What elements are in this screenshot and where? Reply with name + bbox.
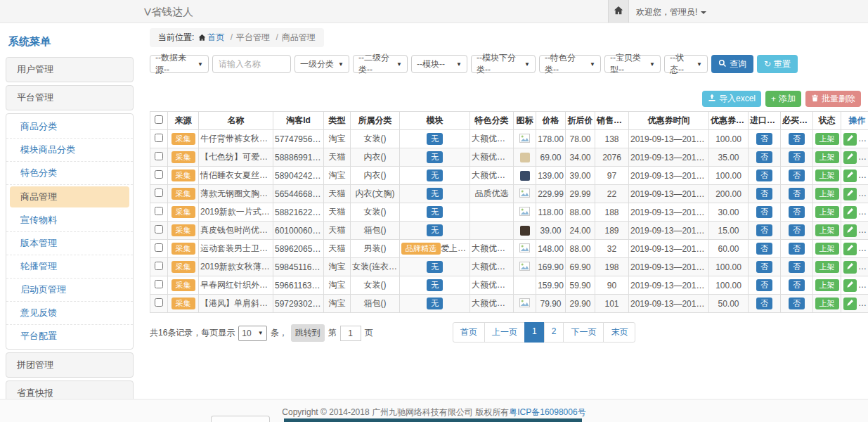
page-next[interactable]: 下一页 [563, 322, 604, 343]
source-cell: 采集 [168, 258, 199, 276]
edit-button[interactable] [843, 298, 857, 310]
must-buy-badge[interactable]: 否 [789, 224, 805, 236]
must-buy-badge[interactable]: 否 [789, 188, 805, 200]
import-pick-badge[interactable]: 否 [756, 151, 772, 163]
filter-select-module-subcategory[interactable]: --模块下分类--▼ [471, 55, 536, 73]
sidebar-item-goods-category[interactable]: 商品分类 [6, 115, 133, 139]
filter-select-item-type[interactable]: --宝贝类型--▼ [604, 55, 661, 73]
batch-delete-button[interactable]: 批量删除 [805, 91, 861, 107]
page-2[interactable]: 2 [544, 322, 564, 343]
select-all-cell [150, 112, 168, 130]
sidebar-item-promo-materials[interactable]: 宣传物料 [6, 209, 133, 232]
status-badge[interactable]: 上架 [815, 133, 839, 145]
import-pick-badge[interactable]: 否 [756, 224, 772, 236]
icp-link[interactable]: 粤ICP备16098006号 [509, 407, 585, 417]
row-checkbox[interactable] [155, 170, 163, 179]
sidebar-item-version-management[interactable]: 版本管理 [6, 232, 133, 255]
status-badge[interactable]: 上架 [815, 261, 839, 273]
edit-button[interactable] [843, 279, 857, 292]
user-menu[interactable]: 欢迎您，管理员! [636, 6, 706, 18]
sidebar-item-platform-config[interactable]: 平台配置 [6, 325, 133, 347]
status-badge[interactable]: 上架 [815, 279, 839, 291]
must-buy-badge[interactable]: 否 [789, 298, 805, 309]
row-checkbox[interactable] [155, 262, 163, 270]
sidebar-item-feature-category[interactable]: 特色分类 [6, 162, 133, 185]
must-buy-badge[interactable]: 否 [789, 243, 805, 255]
search-button[interactable]: 查询 [711, 55, 753, 73]
status-badge[interactable]: 上架 [815, 243, 839, 255]
must-buy-badge[interactable]: 否 [789, 151, 805, 163]
edit-button[interactable] [843, 133, 857, 146]
page-1[interactable]: 1 [524, 322, 545, 343]
breadcrumb-home-link[interactable]: 首页 [207, 32, 224, 42]
name-cell: 2019新款一片式系... [199, 203, 273, 222]
sidebar-item-platform-management[interactable]: 平台管理 [6, 85, 134, 110]
table-header-row: 来源名称淘客Id类型所属分类模块特色分类图标价格折后价销售数量优惠券时间优惠券金… [150, 112, 868, 130]
sidebar-item-saving-news[interactable]: 省直快报 [6, 381, 134, 399]
import-pick-badge[interactable]: 否 [756, 188, 772, 200]
must-buy-badge[interactable]: 否 [789, 133, 805, 145]
edit-button[interactable] [843, 224, 857, 237]
page-first[interactable]: 首页 [453, 322, 485, 343]
edit-button[interactable] [843, 151, 857, 164]
sidebar-item-splash-management[interactable]: 启动页管理 [6, 279, 133, 302]
import-pick-badge[interactable]: 否 [756, 279, 772, 291]
name-search-input[interactable] [212, 55, 291, 73]
sales-count-cell: 32 [595, 240, 629, 258]
edit-button[interactable] [843, 243, 857, 255]
filter-select-module[interactable]: --模块--▼ [411, 55, 467, 73]
status-badge[interactable]: 上架 [815, 170, 839, 181]
type-cell: 天猫 [324, 222, 351, 240]
edit-icon [846, 298, 854, 309]
sidebar-item-carousel-management[interactable]: 轮播管理 [6, 255, 133, 279]
sidebar-item-user-management[interactable]: 用户管理 [6, 57, 134, 82]
home-button[interactable] [608, 0, 629, 23]
page-last[interactable]: 末页 [603, 322, 635, 343]
jump-page-input[interactable] [340, 326, 361, 341]
import-pick-badge[interactable]: 否 [756, 298, 772, 309]
name-cell: 薄款无钢圈文胸聚拢性... [199, 185, 273, 203]
page-size-select[interactable]: 10▼ [238, 326, 266, 341]
row-checkbox[interactable] [155, 188, 163, 197]
reset-button[interactable]: ↻重置 [757, 55, 798, 73]
filter-select-level1-category[interactable]: 一级分类▼ [294, 55, 349, 73]
status-badge[interactable]: 上架 [815, 206, 839, 218]
edit-button[interactable] [843, 188, 857, 200]
row-checkbox[interactable] [155, 280, 163, 288]
status-badge[interactable]: 上架 [815, 151, 839, 163]
import-excel-button[interactable]: 导入excel [702, 91, 761, 107]
edit-button[interactable] [843, 261, 857, 274]
select-all-checkbox[interactable] [155, 115, 163, 124]
row-checkbox[interactable] [155, 243, 163, 252]
must-buy-badge[interactable]: 否 [789, 170, 805, 181]
filter-select-level2-category[interactable]: --二级分类--▼ [353, 55, 408, 73]
import-pick-badge[interactable]: 否 [756, 206, 772, 218]
edit-button[interactable] [843, 170, 857, 182]
row-checkbox[interactable] [155, 298, 163, 307]
must-buy-badge[interactable]: 否 [789, 261, 805, 273]
status-badge[interactable]: 上架 [815, 224, 839, 236]
sidebar-item-feedback[interactable]: 意见反馈 [6, 302, 133, 325]
row-checkbox[interactable] [155, 134, 163, 142]
import-pick-badge[interactable]: 否 [756, 261, 772, 273]
add-button[interactable]: + 添加 [765, 91, 801, 107]
status-badge[interactable]: 上架 [815, 188, 839, 200]
edit-button[interactable] [843, 206, 857, 219]
status-badge[interactable]: 上架 [815, 298, 839, 309]
must-buy-badge[interactable]: 否 [789, 206, 805, 218]
row-checkbox[interactable] [155, 152, 163, 160]
row-checkbox[interactable] [155, 225, 163, 234]
must-buy-badge[interactable]: 否 [789, 279, 805, 291]
sidebar-item-module-goods-category[interactable]: 模块商品分类 [6, 139, 133, 162]
sidebar-item-groupbuy-management[interactable]: 拼团管理 [6, 352, 134, 378]
page-prev[interactable]: 上一页 [484, 322, 525, 343]
import-pick-badge[interactable]: 否 [756, 170, 772, 181]
filter-select-data-source[interactable]: --数据来源--▼ [150, 55, 209, 73]
row-checkbox[interactable] [155, 207, 163, 215]
filter-select-feature-category[interactable]: --特色分类--▼ [539, 55, 601, 73]
filter-select-status[interactable]: --状态--▼ [664, 55, 708, 73]
jump-button[interactable]: 跳转到 [291, 324, 325, 342]
import-pick-badge[interactable]: 否 [756, 243, 772, 255]
sidebar-item-goods-management[interactable]: 商品管理 [10, 186, 129, 207]
import-pick-badge[interactable]: 否 [756, 133, 772, 145]
